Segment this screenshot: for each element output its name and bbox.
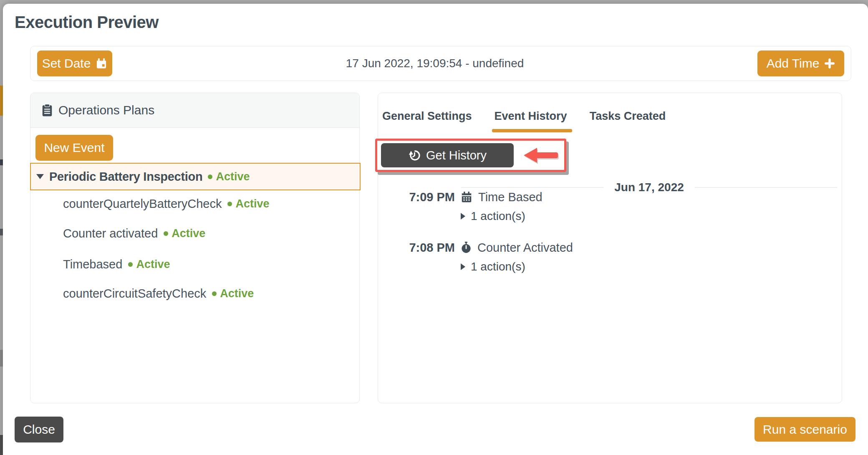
event-row-counter-quartely-battery-check[interactable]: counterQuartelyBatteryCheck Active (63, 195, 269, 213)
active-dot-icon (227, 202, 232, 206)
caret-right-icon (461, 213, 465, 220)
actions-count-label: 1 action(s) (471, 210, 525, 223)
history-entry-actions[interactable]: 1 action(s) (461, 259, 525, 275)
close-button[interactable]: Close (15, 417, 63, 442)
event-name: counterCircuitSafetyCheck (63, 287, 206, 301)
annotation-highlight-box: Get History (375, 139, 566, 172)
close-label: Close (23, 423, 55, 436)
tab-event-history[interactable]: Event History (495, 110, 567, 123)
status-label: Active (235, 197, 269, 210)
actions-count-label: 1 action(s) (471, 260, 525, 273)
history-entry-actions[interactable]: 1 action(s) (461, 208, 525, 224)
status-label: Active (136, 258, 170, 271)
event-name: Counter activated (63, 227, 158, 240)
add-time-button[interactable]: Add Time (757, 51, 844, 76)
tab-general-settings[interactable]: General Settings (382, 110, 472, 123)
current-datetime-text: 17 Jun 2022, 19:09:54 - undefined (346, 57, 524, 70)
new-event-label: New Event (44, 142, 104, 154)
history-entry-type: Counter Activated (477, 241, 573, 255)
calendar-icon (96, 58, 107, 69)
event-name: Timebased (63, 258, 122, 271)
get-history-button[interactable]: Get History (381, 143, 514, 167)
operations-plans-panel: Operations Plans New Event Periodic Batt… (30, 93, 360, 403)
operations-plans-title: Operations Plans (58, 103, 154, 117)
status-label: Active (216, 170, 250, 183)
clipboard-icon (41, 104, 53, 116)
page-title: Execution Preview (15, 13, 159, 32)
tab-bar: General Settings Event History Tasks Cre… (382, 110, 666, 123)
execution-preview-modal: Execution Preview Set Date 17 Jun 2022, … (3, 4, 868, 455)
status-badge: Active (164, 227, 205, 240)
status-badge: Active (208, 170, 250, 183)
date-toolbar: Set Date 17 Jun 2022, 19:09:54 - undefin… (30, 46, 851, 81)
active-dot-icon (208, 174, 212, 179)
add-time-label: Add Time (767, 57, 820, 70)
event-name: counterQuartelyBatteryCheck (63, 197, 222, 211)
annotation-arrow-icon (524, 147, 560, 164)
run-scenario-label: Run a scenario (763, 423, 847, 436)
active-dot-icon (128, 262, 133, 267)
background: Execution Preview Set Date 17 Jun 2022, … (0, 0, 868, 455)
status-badge: Active (128, 258, 170, 271)
history-entry-type: Time Based (478, 190, 542, 204)
new-event-button[interactable]: New Event (35, 135, 113, 161)
divider-line (695, 187, 837, 188)
event-row-counter-activated[interactable]: Counter activated Active (63, 224, 205, 243)
history-icon (408, 149, 421, 162)
background-artifact (0, 229, 3, 235)
status-badge: Active (212, 287, 254, 300)
history-entry: 7:09 PM Time Based (408, 188, 542, 206)
caret-down-icon (36, 174, 44, 179)
history-entry: 7:08 PM Counter Activated (408, 238, 573, 257)
plan-row-periodic-battery-inspection[interactable]: Periodic Battery Inspection Active (30, 163, 361, 190)
status-badge: Active (227, 197, 269, 210)
status-label: Active (172, 227, 205, 240)
background-artifact (0, 350, 3, 367)
background-artifact (0, 86, 3, 116)
event-row-counter-circuit-safety-check[interactable]: counterCircuitSafetyCheck Active (63, 284, 254, 303)
active-dot-icon (212, 291, 217, 296)
operations-plans-header: Operations Plans (30, 93, 359, 128)
event-row-timebased[interactable]: Timebased Active (63, 255, 170, 273)
calendar-icon (460, 191, 473, 203)
active-dot-icon (164, 231, 168, 236)
event-detail-panel: General Settings Event History Tasks Cre… (378, 93, 842, 403)
tab-tasks-created[interactable]: Tasks Created (590, 110, 666, 123)
set-date-label: Set Date (42, 57, 91, 70)
run-scenario-button[interactable]: Run a scenario (754, 417, 855, 442)
plan-name: Periodic Battery Inspection (49, 170, 202, 184)
get-history-label: Get History (426, 149, 487, 162)
history-entry-time: 7:09 PM (408, 190, 455, 204)
stopwatch-icon (460, 241, 472, 254)
set-date-button[interactable]: Set Date (37, 51, 112, 76)
status-label: Active (220, 287, 254, 300)
plus-icon (824, 58, 835, 69)
background-artifact (0, 159, 3, 165)
history-entry-time: 7:08 PM (408, 241, 455, 255)
caret-right-icon (461, 263, 465, 270)
date-divider-label: Jun 17, 2022 (614, 181, 684, 194)
